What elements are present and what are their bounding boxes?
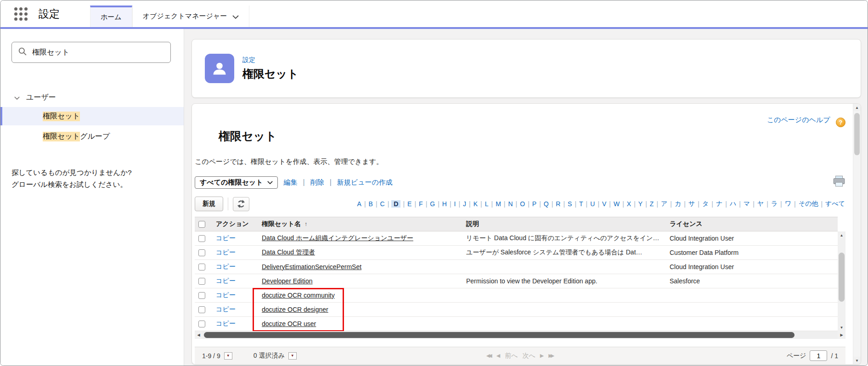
next-page-icon[interactable]: ▶ xyxy=(540,353,544,359)
last-page-icon[interactable]: ▶▶ xyxy=(548,353,552,359)
copy-link[interactable]: コピー xyxy=(216,320,236,327)
scroll-down-icon[interactable]: ▼ xyxy=(838,324,845,331)
column-header-name[interactable]: 権限セット名↑ xyxy=(258,217,462,231)
alphabet-link[interactable]: ラ xyxy=(771,200,778,208)
alphabet-link[interactable]: S xyxy=(567,200,572,208)
view-select[interactable]: すべての権限セット xyxy=(195,176,278,189)
breadcrumb-setup[interactable]: 設定 xyxy=(242,56,299,64)
sidebar-item-permission-sets[interactable]: 権限セット xyxy=(0,107,184,125)
alphabet-link[interactable]: すべて xyxy=(825,200,845,208)
range-dropdown-icon[interactable]: ▼ xyxy=(224,352,232,360)
alphabet-link[interactable]: E xyxy=(407,200,412,208)
column-header-license[interactable]: ライセンス xyxy=(666,217,838,231)
new-button[interactable]: 新規 xyxy=(195,197,223,211)
scroll-up-icon[interactable]: ▲ xyxy=(838,231,845,239)
alphabet-link[interactable]: サ xyxy=(688,200,695,208)
alphabet-link[interactable]: L xyxy=(485,200,489,208)
permission-set-link[interactable]: docutize OCR community xyxy=(262,292,335,299)
copy-link[interactable]: コピー xyxy=(216,234,236,242)
alphabet-link[interactable]: Q xyxy=(543,200,549,208)
tree-section-users[interactable]: ユーザー xyxy=(0,90,184,105)
tab-home[interactable]: ホーム xyxy=(90,6,132,27)
permission-set-link[interactable]: Data Cloud ホーム組織インテグレーションユーザー xyxy=(262,234,413,242)
alphabet-link[interactable]: K xyxy=(473,200,478,208)
alphabet-link[interactable]: Z xyxy=(649,200,654,208)
copy-link[interactable]: コピー xyxy=(216,248,236,256)
alphabet-link[interactable]: R xyxy=(555,200,561,208)
select-all-checkbox[interactable] xyxy=(198,221,205,228)
row-checkbox[interactable] xyxy=(198,306,205,313)
next-page-label[interactable]: 次へ xyxy=(523,352,535,360)
row-checkbox[interactable] xyxy=(198,264,205,270)
page-input[interactable] xyxy=(810,350,827,361)
app-launcher-icon[interactable] xyxy=(14,7,28,21)
row-checkbox[interactable] xyxy=(198,235,205,242)
alphabet-link[interactable]: W xyxy=(613,200,620,208)
alphabet-link[interactable]: マ xyxy=(743,200,750,208)
row-checkbox[interactable] xyxy=(198,321,205,327)
alphabet-link[interactable]: ア xyxy=(660,200,668,208)
table-horizontal-scrollbar[interactable]: ◀ ▶ xyxy=(195,331,845,339)
permission-set-link[interactable]: Data Cloud 管理者 xyxy=(262,248,315,256)
alphabet-link[interactable]: その他 xyxy=(798,200,819,208)
scroll-left-icon[interactable]: ◀ xyxy=(195,331,203,339)
help-icon[interactable]: ? xyxy=(836,118,845,127)
copy-link[interactable]: コピー xyxy=(216,305,236,313)
first-page-icon[interactable]: ◀◀ xyxy=(486,353,490,359)
alphabet-link[interactable]: B xyxy=(368,200,373,208)
copy-link[interactable]: コピー xyxy=(216,277,236,284)
alphabet-link[interactable]: A xyxy=(357,200,362,208)
alphabet-link[interactable]: V xyxy=(602,200,607,208)
create-view-link[interactable]: 新規ビューの作成 xyxy=(337,178,393,187)
permission-set-link[interactable]: docutize OCR designer xyxy=(262,306,328,313)
alphabet-link[interactable]: J xyxy=(462,200,467,208)
permission-set-link[interactable]: DeliveryEstimationServicePermSet xyxy=(262,263,361,270)
scroll-right-icon[interactable]: ▶ xyxy=(838,331,845,339)
quick-find-box[interactable] xyxy=(11,42,171,63)
sidebar-item-permission-set-groups[interactable]: 権限セットグループ xyxy=(0,127,184,146)
alphabet-link[interactable]: O xyxy=(519,200,525,208)
prev-page-icon[interactable]: ◀ xyxy=(496,353,500,359)
row-checkbox[interactable] xyxy=(198,278,205,285)
column-header-action[interactable]: アクション xyxy=(212,217,258,231)
alphabet-link[interactable]: ナ xyxy=(716,200,723,208)
alphabet-link[interactable]: Y xyxy=(638,200,643,208)
alphabet-link[interactable]: ワ xyxy=(784,200,792,208)
delete-view-link[interactable]: 削除 xyxy=(310,178,324,187)
alphabet-link[interactable]: P xyxy=(532,200,537,208)
help-link[interactable]: このページのヘルプ xyxy=(767,116,830,124)
alphabet-link[interactable]: タ xyxy=(702,200,709,208)
alphabet-link[interactable]: H xyxy=(442,200,447,208)
alphabet-link[interactable]: G xyxy=(429,200,435,208)
alphabet-link[interactable]: X xyxy=(626,200,631,208)
alphabet-link[interactable]: I xyxy=(454,200,457,208)
alphabet-link[interactable]: ハ xyxy=(729,200,737,208)
permission-set-link[interactable]: Developer Edition xyxy=(262,277,313,285)
alphabet-link[interactable]: C xyxy=(380,200,385,208)
horizontal-scroll-thumb[interactable] xyxy=(204,332,795,338)
refresh-button[interactable] xyxy=(233,197,249,211)
copy-link[interactable]: コピー xyxy=(216,291,236,298)
selected-dropdown-icon[interactable]: ▼ xyxy=(288,352,297,360)
alphabet-link[interactable]: D xyxy=(391,200,400,208)
print-icon[interactable] xyxy=(833,175,845,189)
vertical-scroll-thumb[interactable] xyxy=(839,253,845,302)
row-checkbox[interactable] xyxy=(198,292,205,299)
tab-object-manager[interactable]: オブジェクトマネージャー xyxy=(132,6,250,27)
alphabet-link[interactable]: N xyxy=(507,200,513,208)
column-header-description[interactable]: 説明 xyxy=(462,217,666,231)
permission-set-link[interactable]: docutize OCR user xyxy=(262,320,316,327)
alphabet-link[interactable]: M xyxy=(495,200,502,208)
alphabet-link[interactable]: T xyxy=(579,200,584,208)
alphabet-link[interactable]: F xyxy=(418,200,423,208)
row-checkbox[interactable] xyxy=(198,249,205,256)
content-vertical-scrollbar[interactable]: ▲ ▼ xyxy=(853,104,861,364)
prev-page-label[interactable]: 前へ xyxy=(505,352,518,360)
alphabet-link[interactable]: U xyxy=(590,200,595,208)
scroll-down-icon[interactable]: ▼ xyxy=(853,357,861,364)
table-vertical-scrollbar[interactable]: ▲ ▼ xyxy=(838,231,845,331)
alphabet-link[interactable]: カ xyxy=(674,200,682,208)
alphabet-link[interactable]: ヤ xyxy=(757,200,764,208)
quick-find-input[interactable] xyxy=(32,48,164,56)
edit-view-link[interactable]: 編集 xyxy=(283,178,297,187)
